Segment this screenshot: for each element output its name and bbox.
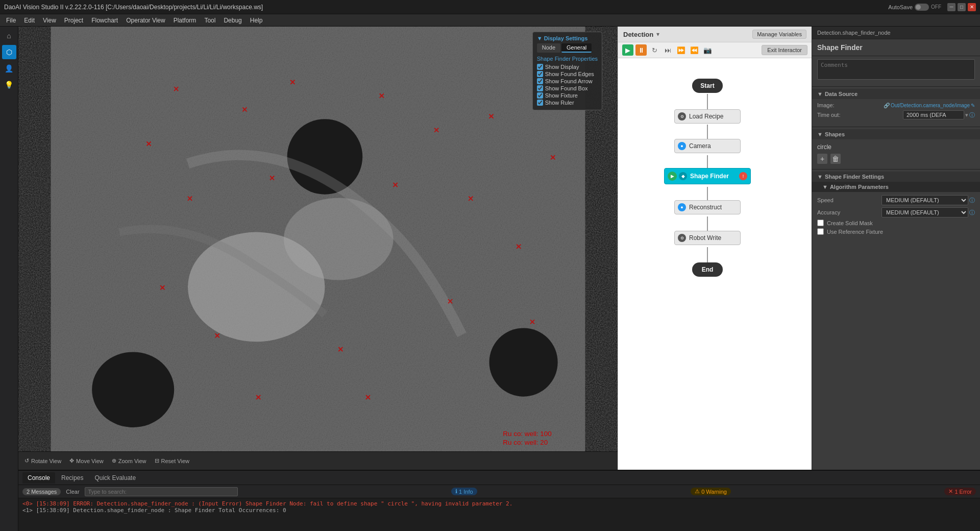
flow-title: Detection (623, 31, 653, 38)
algorithm-params-header[interactable]: ▼ Algorithm Parameters (812, 182, 980, 192)
data-source-section-header[interactable]: ▼ Data Source (812, 89, 980, 99)
timeout-dropdown-icon[interactable]: ▾ (965, 112, 968, 118)
reset-view-button[interactable]: ⊟ Reset View (155, 457, 189, 464)
reconstruct-node[interactable]: ● Reconstruct (674, 200, 741, 214)
load-recipe-node[interactable]: ⚙ Load Recipe (674, 109, 741, 124)
console-toolbar: 2 Messages Clear ℹ 1 Info ⚠ 0 Warning ✕ … (18, 485, 980, 498)
start-node[interactable]: Start (692, 79, 723, 93)
show-fixture-checkbox[interactable] (537, 92, 543, 99)
pause-button[interactable]: ⏸ (635, 44, 647, 56)
menubar: File Edit View Project Flowchart Operato… (0, 14, 980, 27)
exit-interactor-button[interactable]: Exit Interactor (762, 45, 807, 55)
autosave-toggle-switch[interactable] (915, 4, 929, 11)
shape-finder-settings-header[interactable]: ▼ Shape Finder Settings (812, 172, 980, 182)
log-line-1: <1> [15:38:09] Detection.shape_finder_no… (22, 507, 976, 514)
menu-project[interactable]: Project (60, 16, 87, 25)
menu-flowchart[interactable]: Flowchart (87, 16, 122, 25)
tab-recipes[interactable]: Recipes (56, 472, 88, 484)
image-row: Image: 🔗 Out/Detection.camera_node/image… (817, 102, 975, 108)
flow-canvas[interactable]: Start ⚙ Load Recipe ● Camera ▶ ◆ (618, 58, 812, 470)
robot-write-node[interactable]: ⚙ Robot Write (674, 231, 741, 245)
top-area: ▼ Display Settings Node General Shape Fi… (18, 27, 980, 470)
tab-node[interactable]: Node (537, 43, 560, 53)
info-badge[interactable]: ℹ 1 Info (451, 488, 477, 495)
delete-shape-button[interactable]: 🗑 (830, 154, 841, 164)
shapes-section-header[interactable]: ▼ Shapes (812, 129, 980, 139)
image-edit-icon[interactable]: ✎ (971, 103, 975, 108)
shape-finder-run-btn[interactable]: ▶ (668, 172, 677, 181)
show-found-edges-row: Show Found Edges (537, 71, 598, 77)
accuracy-info-icon[interactable]: ⓘ (969, 209, 975, 216)
shape-finder-props-label: Shape Finder Properties (537, 56, 598, 62)
menu-file[interactable]: File (2, 16, 20, 25)
close-button[interactable]: ✕ (968, 3, 976, 11)
minimize-button[interactable]: ─ (947, 3, 955, 11)
manage-variables-button[interactable]: Manage Variables (752, 30, 806, 39)
menu-edit[interactable]: Edit (20, 16, 39, 25)
accuracy-label: Accuracy (817, 209, 840, 215)
add-shape-button[interactable]: + (817, 154, 827, 164)
refresh-button[interactable]: ↻ (649, 44, 660, 56)
end-node[interactable]: End (692, 262, 723, 277)
console-search-input[interactable] (85, 487, 238, 496)
show-found-arrow-checkbox[interactable] (537, 78, 543, 84)
shape-finder-node[interactable]: ▶ ◆ Shape Finder ! (664, 168, 751, 184)
divider-3 (812, 169, 980, 170)
tab-general[interactable]: General (561, 43, 592, 53)
speed-info-icon[interactable]: ⓘ (969, 197, 975, 204)
zoom-view-button[interactable]: ⊕ Zoom View (112, 457, 146, 464)
shapes-value: circle (817, 142, 975, 152)
shapes-arrow: ▼ (817, 131, 823, 137)
use-reference-fixture-checkbox[interactable] (817, 228, 824, 235)
camera-snapshot-button[interactable]: 📷 (702, 44, 713, 56)
accuracy-select[interactable]: MEDIUM (DEFAULT) LOW HIGH (881, 207, 968, 218)
algorithm-params-section: Speed MEDIUM (DEFAULT) LOW HIGH ⓘ Accura… (812, 192, 980, 240)
comments-textarea[interactable] (817, 59, 975, 80)
prev-button[interactable]: ⏪ (689, 44, 700, 56)
algo-arrow: ▼ (822, 184, 828, 190)
menu-view[interactable]: View (39, 16, 60, 25)
play-button[interactable]: ▶ (622, 44, 633, 56)
info-icon: ℹ (455, 488, 457, 495)
camera-node[interactable]: ● Camera (674, 139, 741, 153)
sidebar-icon-home[interactable]: ⌂ (2, 29, 16, 43)
menu-platform[interactable]: Platform (169, 16, 201, 25)
sidebar-icon-bulb[interactable]: 💡 (2, 78, 16, 92)
reset-icon: ⊟ (155, 457, 159, 464)
speed-select[interactable]: MEDIUM (DEFAULT) LOW HIGH (881, 195, 968, 205)
rotate-icon: ↺ (24, 457, 29, 464)
move-view-button[interactable]: ✥ Move View (69, 457, 104, 464)
error-badge[interactable]: ✕ 1 Error (944, 488, 976, 495)
create-solid-mask-label: Create Solid Mask (827, 220, 873, 226)
create-solid-mask-checkbox[interactable] (817, 220, 824, 226)
image-value[interactable]: 🔗 Out/Detection.camera_node/image ✎ (884, 103, 975, 108)
maximize-button[interactable]: □ (958, 3, 966, 11)
show-found-edges-checkbox[interactable] (537, 71, 543, 77)
timeout-info-icon[interactable]: ⓘ (969, 111, 975, 119)
menu-debug[interactable]: Debug (219, 16, 246, 25)
show-display-checkbox[interactable] (537, 64, 543, 70)
svg-point-3 (489, 328, 557, 396)
shape-finder-error-indicator: ! (739, 172, 747, 180)
menu-operator-view[interactable]: Operator View (122, 16, 169, 25)
autosave-toggle[interactable]: AutoSave OFF (888, 4, 941, 11)
canvas-image[interactable]: Ru co: well: 100 Ru co: well: 20 (18, 27, 618, 451)
rotate-view-button[interactable]: ↺ Rotate View (24, 457, 61, 464)
menu-tool[interactable]: Tool (200, 16, 219, 25)
show-found-box-checkbox[interactable] (537, 85, 543, 91)
right-panel: Detection.shape_finder_node Shape Finder… (812, 27, 980, 470)
info-count: 1 Info (459, 489, 473, 495)
tab-quick-evaluate[interactable]: Quick Evaluate (89, 472, 141, 484)
comments-section (812, 56, 980, 84)
sidebar-icon-flow[interactable]: ⬡ (2, 45, 16, 59)
fast-forward-button[interactable]: ⏩ (675, 44, 687, 56)
step-button[interactable]: ⏭ (662, 44, 673, 56)
show-ruler-checkbox[interactable] (537, 100, 543, 106)
timeout-input[interactable] (903, 110, 964, 119)
menu-help[interactable]: Help (246, 16, 267, 25)
tab-console[interactable]: Console (22, 472, 55, 484)
sidebar-icon-person[interactable]: 👤 (2, 61, 16, 76)
warning-badge[interactable]: ⚠ 0 Warning (691, 488, 731, 495)
clear-button[interactable]: Clear (64, 488, 81, 495)
titlebar: DaoAI Vision Studio II v.2.22.2.0-116 [C… (0, 0, 980, 14)
